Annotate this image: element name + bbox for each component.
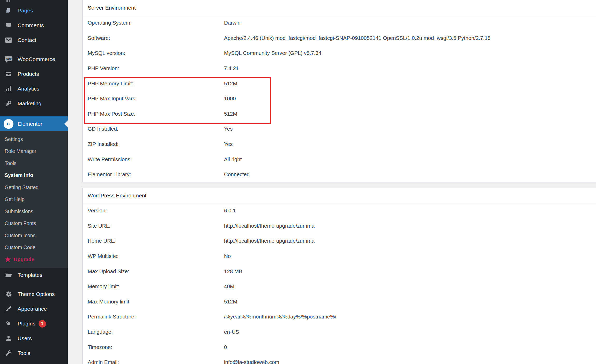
sidebar-item-comments[interactable]: Comments [0, 18, 68, 33]
sidebar-item-woocommerce[interactable]: Woo WooCommerce [0, 52, 68, 66]
sidebar-item-appearance[interactable]: Appearance [0, 302, 68, 316]
sidebar-subitem-custom-icons[interactable]: Custom Icons [0, 229, 68, 242]
elementor-logo-icon [4, 119, 13, 129]
sidebar-subitem-tools[interactable]: Tools [0, 157, 68, 169]
info-row: Max Memory limit: 512M [83, 294, 596, 309]
bar-chart-icon [3, 85, 14, 92]
sidebar-item-label: Analytics [18, 86, 39, 92]
wordpress-environment-rows: Version: 6.0.1 Site URL: http://localhos… [83, 203, 596, 364]
envelope-icon [3, 37, 14, 43]
info-row: PHP Version: 7.4.21 [83, 61, 596, 76]
info-value: All right [224, 156, 596, 162]
sidebar-item-analytics[interactable]: Analytics [0, 81, 68, 96]
sidebar-item-marketing[interactable]: Marketing [0, 96, 68, 111]
info-label: Software: [83, 35, 224, 41]
info-label: PHP Version: [83, 65, 224, 71]
server-environment-card: Server Environment Operating System: Dar… [83, 0, 596, 182]
info-value: 7.4.21 [224, 65, 596, 71]
brush-icon [3, 306, 14, 312]
sidebar-item-label: WooCommerce [18, 56, 55, 62]
sidebar-item-label: Plugins [18, 321, 35, 327]
cropped-menu-icon [0, 0, 68, 3]
sidebar-item-theme-options[interactable]: Theme Options [0, 287, 68, 302]
plugins-update-badge: 1 [39, 320, 46, 328]
sidebar-subitem-getting-started[interactable]: Getting Started [0, 181, 68, 194]
info-value: 1000 [224, 95, 596, 102]
info-value: Darwin [224, 20, 596, 26]
sidebar-item-label: Comments [18, 22, 44, 28]
sidebar-item-label: Templates [18, 272, 42, 278]
sidebar-subitem-get-help[interactable]: Get Help [0, 194, 68, 206]
info-value: /%year%/%monthnum%/%day%/%postname%/ [224, 314, 596, 320]
info-label: MySQL version: [83, 50, 224, 56]
info-label: Memory limit: [83, 283, 224, 289]
info-value: 6.0.1 [224, 207, 596, 214]
sidebar-subitem-system-info[interactable]: System Info [0, 169, 68, 182]
pages-icon [3, 7, 14, 14]
info-value: 128 MB [224, 268, 596, 274]
info-row: Software: Apache/2.4.46 (Unix) mod_fastc… [83, 31, 596, 46]
info-row: PHP Max Input Vars: 1000 [83, 91, 596, 106]
wrench-icon [3, 350, 14, 356]
sidebar-item-label: Elementor [18, 121, 42, 127]
info-label: PHP Memory Limit: [83, 80, 224, 87]
sidebar-subitem-settings[interactable]: Settings [0, 133, 68, 145]
info-row: WP Multisite: No [83, 249, 596, 264]
section-title: Server Environment [83, 0, 596, 15]
wordpress-environment-card: WordPress Environment Version: 6.0.1 Sit… [83, 188, 596, 364]
info-value: http://localhost/theme-upgrade/zumma [224, 238, 596, 244]
sidebar-item-label: Contact [18, 37, 36, 43]
sidebar-item-users[interactable]: Users [0, 331, 68, 346]
archive-box-icon [3, 71, 14, 77]
info-row: Write Permissions: All right [83, 152, 596, 167]
info-label: ZIP Installed: [83, 141, 224, 147]
info-value: Apache/2.4.46 (Unix) mod_fastcgi/mod_fas… [224, 35, 596, 41]
sidebar-item-label: Products [18, 71, 39, 77]
info-label: Write Permissions: [83, 156, 224, 162]
info-label: WP Multisite: [83, 253, 224, 259]
sidebar-item-tools[interactable]: Tools [0, 346, 68, 361]
sidebar-item-label: Marketing [18, 100, 41, 107]
info-label: Elementor Library: [83, 171, 224, 177]
sidebar-item-plugins[interactable]: Plugins 1 [0, 316, 68, 331]
sidebar-subitem-submissions[interactable]: Submissions [0, 205, 68, 218]
comment-icon [3, 22, 14, 29]
info-row: Elementor Library: Connected [83, 167, 596, 182]
star-icon: ★ [5, 256, 11, 263]
info-row: Permalink Structure: /%year%/%monthnum%/… [83, 309, 596, 324]
info-row: Version: 6.0.1 [83, 203, 596, 218]
info-value: 0 [224, 344, 596, 350]
info-label: PHP Max Input Vars: [83, 95, 224, 102]
info-value: No [224, 253, 596, 259]
menu-separator [0, 283, 68, 287]
info-label: Site URL: [83, 223, 224, 229]
sidebar-subitem-upgrade[interactable]: ★ Upgrade [0, 254, 68, 266]
sidebar-item-products[interactable]: Products [0, 66, 68, 81]
info-row: GD Installed: Yes [83, 121, 596, 137]
sidebar-item-label: Pages [18, 8, 33, 14]
section-title: WordPress Environment [83, 188, 596, 203]
info-row: Operating System: Darwin [83, 15, 596, 31]
sidebar-subitem-custom-code[interactable]: Custom Code [0, 242, 68, 254]
info-value: Connected [224, 171, 596, 177]
sidebar-item-label: Tools [18, 350, 30, 356]
info-row: Max Upload Size: 128 MB [83, 264, 596, 279]
user-icon [3, 335, 14, 342]
info-label: Home URL: [83, 238, 224, 244]
sidebar-item-pages[interactable]: Pages [0, 3, 68, 18]
sidebar-item-templates[interactable]: Templates [0, 268, 68, 283]
sidebar-item-elementor[interactable]: Elementor [0, 116, 68, 131]
sidebar-subitem-role-manager[interactable]: Role Manager [0, 145, 68, 158]
sidebar-item-contact[interactable]: Contact [0, 33, 68, 47]
upgrade-label: Upgrade [14, 257, 34, 263]
svg-text:Woo: Woo [5, 57, 12, 60]
info-row: Timezone: 0 [83, 339, 596, 355]
sidebar-subitem-custom-fonts[interactable]: Custom Fonts [0, 218, 68, 230]
info-label: Version: [83, 207, 224, 214]
woocommerce-icon: Woo [3, 56, 14, 63]
admin-sidebar: Pages Comments Contact Woo Wo [0, 0, 68, 364]
info-label: Operating System: [83, 20, 224, 26]
sidebar-item-label: Theme Options [18, 291, 55, 297]
info-label: Admin Email: [83, 359, 224, 364]
megaphone-icon [3, 100, 14, 107]
